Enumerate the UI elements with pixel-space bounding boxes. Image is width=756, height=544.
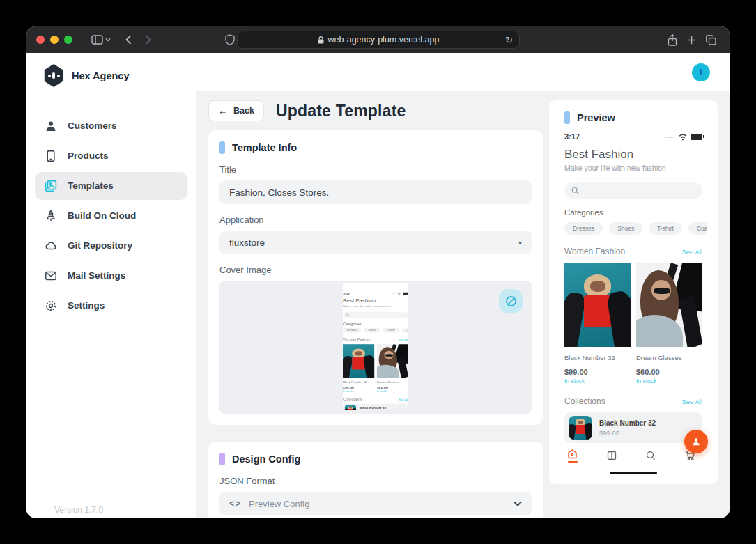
app-topbar: I (196, 53, 730, 91)
sidebar-item-git-repository[interactable]: Git Repository (35, 232, 187, 260)
back-button[interactable]: ← Back (208, 100, 264, 121)
rocket-icon (45, 210, 57, 222)
page-header: ← Back Update Template (208, 100, 543, 121)
phone-time: 3:17 (564, 132, 580, 141)
application-select[interactable]: fluxstore ▾ (219, 231, 532, 254)
phone-status-bar: 3:17 •••• (564, 132, 702, 141)
url-bar[interactable]: web-agency-plum.vercel.app ↻ (237, 31, 520, 49)
category-pills: Dresses Shoes T-shirt Coats (564, 222, 707, 235)
back-arrow-icon: ← (218, 105, 228, 116)
section-title: Collections (343, 398, 362, 402)
customers-icon (45, 120, 57, 132)
forward-nav-icon (145, 35, 151, 45)
store-subtitle: Make your life with new fashion (343, 304, 408, 308)
category-pill[interactable]: Shoes (609, 222, 642, 235)
section-accent-bar (219, 141, 225, 154)
application-field-label: Application (219, 215, 532, 225)
category-pill: Coats (402, 328, 408, 333)
title-input[interactable]: Fashion, Closes Stores. (219, 180, 532, 204)
phone-search-bar (343, 312, 408, 318)
profile-fab-button[interactable] (684, 430, 708, 453)
template-info-card: Template Info Title Fashion, Closes Stor… (208, 130, 543, 425)
product-stock: In stock (377, 390, 408, 393)
product-image (343, 344, 374, 378)
sidebar-toggle-icon[interactable] (91, 35, 103, 45)
nav-categories[interactable] (607, 451, 617, 460)
collection-item-name: Black Number 32 (599, 419, 656, 427)
wifi-icon (678, 133, 688, 141)
zoom-window-button[interactable] (64, 36, 72, 44)
see-all-link[interactable]: See All (681, 398, 702, 405)
collection-item-price: $99.00 (599, 429, 656, 437)
cellular-icon: •••• (665, 134, 675, 139)
see-all-link[interactable]: See All (681, 248, 702, 256)
tab-overview-icon[interactable] (706, 35, 716, 45)
section-title: Collections (564, 396, 605, 406)
close-window-button[interactable] (36, 36, 45, 44)
cellular-icon: •••• (391, 293, 396, 295)
browser-window: web-agency-plum.vercel.app ↻ Hex Agency (26, 26, 730, 518)
application-select-value: fluxstore (229, 238, 265, 248)
select-caret-icon: ▾ (518, 239, 522, 247)
product-card[interactable]: Dream Glasses $60.00 In stock (636, 263, 702, 384)
product-image (377, 344, 408, 378)
wifi-icon (396, 292, 401, 295)
remove-cover-button[interactable] (499, 289, 523, 313)
share-icon[interactable] (668, 34, 677, 46)
preview-config-label: Preview Config (249, 499, 507, 509)
category-pill[interactable]: T-shirt (649, 222, 682, 235)
new-tab-icon[interactable] (687, 36, 696, 45)
version-label: Version 1.7.0 (26, 505, 196, 518)
category-pill[interactable]: Coats (688, 222, 707, 235)
sidebar: Hex Agency Customers Products Templates (26, 53, 196, 518)
sidebar-item-mail-settings[interactable]: Mail Settings (35, 262, 187, 290)
product-image (636, 263, 702, 347)
main-area: I ← Back Update Template (196, 53, 730, 518)
traffic-lights (36, 36, 72, 44)
design-config-card: Design Config JSON Format <> Preview Con… (208, 442, 543, 518)
nav-home[interactable] (567, 449, 578, 463)
see-all-link: See All (399, 338, 408, 341)
user-avatar[interactable]: I (692, 63, 710, 81)
collection-list-item[interactable]: Black Number 32 $99.00 (564, 412, 702, 443)
product-card[interactable]: Black Number 32 $99.00 In stock (564, 263, 631, 384)
preview-config-dropdown[interactable]: <> Preview Config (219, 492, 532, 515)
sidebar-chevron-icon[interactable] (105, 38, 111, 42)
brand-name: Hex Agency (72, 70, 129, 81)
sidebar-item-label: Settings (68, 300, 105, 311)
collection-thumb (345, 405, 356, 410)
sidebar-item-customers[interactable]: Customers (35, 112, 187, 140)
product-grid: Black Number 32 $99.00 In stock Dream Gl… (564, 263, 705, 384)
cover-image-box: 3:17 •••• Best Fashion Make your life wi… (219, 281, 532, 414)
page-title: Update Template (276, 102, 406, 121)
privacy-shield-icon[interactable] (225, 34, 235, 45)
sidebar-item-build-on-cloud[interactable]: Build On Cloud (35, 202, 187, 230)
reload-icon[interactable]: ↻ (505, 35, 513, 45)
sidebar-item-products[interactable]: Products (35, 142, 187, 170)
gear-icon (45, 300, 57, 312)
collections-section-header: Collections See All (564, 396, 702, 406)
section-accent-bar (219, 453, 225, 465)
store-subtitle: Make your life with new fashion (564, 164, 702, 172)
sidebar-item-templates[interactable]: Templates (35, 172, 187, 200)
nav-search[interactable] (646, 451, 656, 460)
back-nav-icon[interactable] (125, 35, 132, 45)
categories-label: Categories (564, 208, 702, 217)
product-image (564, 263, 631, 347)
collection-thumb (569, 416, 592, 440)
page-content: ← Back Update Template Template Info Tit… (196, 91, 730, 518)
lock-icon (318, 36, 324, 44)
section-title: Template Info (232, 142, 297, 153)
json-format-label: JSON Format (219, 476, 532, 486)
collection-item-name: Black Number 32 (360, 407, 387, 410)
category-pill: Dresses (343, 328, 361, 333)
categories-label: Categories (343, 322, 408, 326)
phone-bottom-nav (564, 445, 702, 466)
sidebar-item-settings[interactable]: Settings (35, 292, 187, 320)
section-title: Women Fashion (564, 247, 625, 256)
minimize-window-button[interactable] (50, 36, 59, 44)
cloud-icon (45, 240, 57, 252)
category-pill[interactable]: Dresses (564, 222, 603, 235)
phone-search-bar[interactable] (564, 182, 702, 199)
women-fashion-section-header: Women Fashion See All (564, 247, 702, 256)
